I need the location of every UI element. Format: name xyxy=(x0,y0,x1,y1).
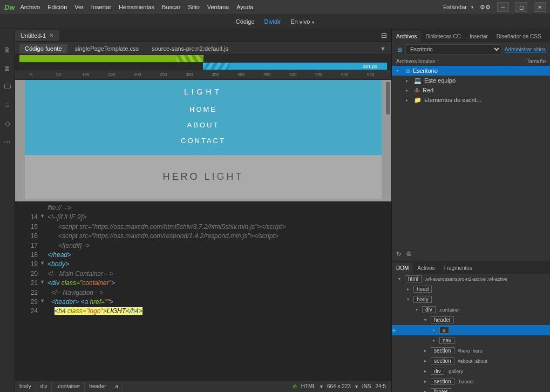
panel-tab[interactable]: Fragmentos xyxy=(439,262,477,274)
view-mode-switcher: Código Dividir En vivo xyxy=(0,14,550,29)
app-menu-bar: Dw ArchivoEdiciónVerInsertarHerramientas… xyxy=(0,0,550,14)
language-indicator[interactable]: HTML xyxy=(301,383,316,389)
panel-tab[interactable]: Activos xyxy=(413,262,439,274)
menu-ver[interactable]: Ver xyxy=(74,4,84,10)
column-name[interactable]: Archivos locales ↑ xyxy=(396,58,526,64)
preview-nav-item: CONTACT xyxy=(25,133,382,148)
dom-panel: ▾html.wf-sourcesanspro-n2-active .wf-act… xyxy=(392,274,550,392)
file-tree-row[interactable]: ▾🖥Escritorio xyxy=(392,66,550,76)
app-logo: Dw xyxy=(4,3,15,11)
media-query-bar[interactable]: 320 px 321 px xyxy=(15,55,391,70)
site-dropdown[interactable]: Escritorio xyxy=(405,44,501,55)
preview-header: LIGHT HOMEABOUTCONTACT xyxy=(25,80,382,155)
menu-archivo[interactable]: Archivo xyxy=(21,4,40,10)
preview-scrollbar[interactable] xyxy=(386,82,390,114)
breadcrumb-item[interactable]: header xyxy=(85,382,111,391)
breadcrumb-item[interactable]: body xyxy=(15,382,36,391)
more-tools-icon[interactable]: ⋯ xyxy=(3,137,12,146)
no-errors-icon[interactable]: ⊘ xyxy=(293,383,297,389)
dom-toolbar: ↻ ✇ xyxy=(392,247,550,261)
panel-tab[interactable]: Diseñador de CSS xyxy=(492,31,546,42)
dom-panel-tabs: DOMActivosFragmentos xyxy=(392,261,550,274)
files-tree: ▾🖥Escritorio▸💻Este equipo▸🖧Red▸📁Elemento… xyxy=(392,66,550,129)
manage-sites-link[interactable]: Administrar sitios xyxy=(505,46,546,52)
close-tab-icon[interactable]: ✕ xyxy=(49,32,53,38)
breakpoint-min-321[interactable]: 321 px xyxy=(203,63,387,70)
view-live-button[interactable]: En vivo xyxy=(290,18,314,25)
file-management-icon[interactable]: 🗎 xyxy=(3,64,12,72)
menu-ayuda[interactable]: Ayuda xyxy=(236,4,253,10)
insert-mode[interactable]: INS xyxy=(362,383,371,389)
sync-settings-icon[interactable]: ⚙⚙ xyxy=(480,4,491,11)
status-bar: bodydiv.containerheadera ⊘ HTML ▾ 664 x … xyxy=(15,380,391,392)
expand-all-icon[interactable]: ≡ xyxy=(3,100,12,109)
menu-ventana[interactable]: Ventana xyxy=(207,4,229,10)
preview-nav-item: ABOUT xyxy=(25,117,382,133)
column-size[interactable]: Tamaño xyxy=(526,58,546,64)
view-split-button[interactable]: Dividir xyxy=(264,18,281,25)
dom-node[interactable]: ▾div.container xyxy=(392,305,550,315)
breadcrumb-item[interactable]: .container xyxy=(52,382,85,391)
panel-tab[interactable]: Insertar xyxy=(465,31,492,42)
filter-icon[interactable]: ▼ xyxy=(380,45,386,52)
workspace-selector[interactable]: Estándar xyxy=(443,4,473,10)
panel-tab[interactable]: DOM xyxy=(392,262,413,274)
live-preview-pane[interactable]: LIGHT HOMEABOUTCONTACT HERO LIGHT xyxy=(15,80,391,201)
file-management-icon[interactable]: 🗎 xyxy=(3,45,12,54)
dom-node[interactable]: ▾body xyxy=(392,294,550,305)
file-tree-row[interactable]: ▸💻Este equipo xyxy=(392,76,550,85)
chevron-down-icon[interactable]: ▾ xyxy=(320,383,323,389)
related-files-bar: Código fuente singlePageTemplate.css sou… xyxy=(15,42,391,55)
file-tree-row[interactable]: ▸🖧Red xyxy=(392,85,550,95)
window-minimize-icon[interactable]: ─ xyxy=(497,2,509,12)
dom-node[interactable]: ▸section.banner xyxy=(392,376,550,387)
view-code-button[interactable]: Código xyxy=(236,18,255,25)
viewport-size[interactable]: 664 x 223 xyxy=(327,383,351,389)
document-tab[interactable]: Untitled-1 ✕ xyxy=(15,30,59,41)
source-code-tab[interactable]: Código fuente xyxy=(19,44,67,53)
desktop-icon: 🖥 xyxy=(396,46,402,53)
breadcrumb-item[interactable]: a xyxy=(111,382,124,391)
dom-node[interactable]: ▾html.wf-sourcesanspro-n2-active .wf-act… xyxy=(392,274,550,284)
document-tab-label: Untitled-1 xyxy=(21,32,46,39)
add-element-icon[interactable]: + xyxy=(392,326,396,334)
panel-tab[interactable]: Archivos xyxy=(392,31,421,42)
related-js-tab[interactable]: source-sans-pro:n2:default.js xyxy=(146,44,234,53)
menu-insertar[interactable]: Insertar xyxy=(91,4,111,10)
refresh-icon[interactable]: ↻ xyxy=(396,251,401,258)
collect-icon[interactable]: ✇ xyxy=(406,251,411,258)
inspect-icon[interactable]: ◇ xyxy=(3,119,12,127)
dom-node[interactable]: ▸div.gallery xyxy=(392,366,550,376)
breadcrumb-item[interactable]: div xyxy=(36,382,52,391)
preview-nav-item: HOME xyxy=(25,102,382,117)
preview-hero: HERO LIGHT xyxy=(25,155,382,199)
cursor-position: 24:5 xyxy=(376,383,386,389)
related-css-tab[interactable]: singlePageTemplate.css xyxy=(70,44,145,53)
menu-sitio[interactable]: Sitio xyxy=(188,4,199,10)
menu-edición[interactable]: Edición xyxy=(47,4,67,10)
breakpoint-max-320[interactable]: 320 px xyxy=(19,55,203,62)
dom-node[interactable]: ▸section#about .about xyxy=(392,356,550,366)
menu-herramientas[interactable]: Herramientas xyxy=(119,4,154,10)
hero-word-b: LIGHT xyxy=(205,171,244,182)
document-tabs: Untitled-1 ✕ ⊟ xyxy=(15,29,391,42)
window-restore-icon[interactable]: ◻ xyxy=(515,2,527,12)
dom-node[interactable]: +▸a xyxy=(392,325,550,335)
dom-node[interactable]: ▸head xyxy=(392,284,550,294)
menu-buscar[interactable]: Buscar xyxy=(162,4,180,10)
window-close-icon[interactable]: ✕ xyxy=(534,2,546,12)
files-column-headers[interactable]: Archivos locales ↑ Tamaño xyxy=(392,57,550,66)
chevron-down-icon[interactable]: ▾ xyxy=(355,383,358,389)
document-toolbar: 🗎 🗎 🖵 ≡ ◇ ⋯ xyxy=(0,29,15,392)
dom-node[interactable]: ▸nav xyxy=(392,335,550,346)
dom-node[interactable]: ▸section#hero .hero xyxy=(392,346,550,356)
live-view-options-icon[interactable]: 🖵 xyxy=(3,82,12,91)
main-menu: ArchivoEdiciónVerInsertarHerramientasBus… xyxy=(21,4,443,10)
preview-logo: LIGHT xyxy=(25,87,382,96)
expand-panels-icon[interactable]: ⊟ xyxy=(381,31,391,39)
panel-tab[interactable]: Bibliotecas CC xyxy=(421,31,465,42)
dom-node[interactable]: ▾header xyxy=(392,315,550,325)
dom-node[interactable]: ▸footer xyxy=(392,387,550,392)
file-tree-row[interactable]: ▸📁Elementos de escrit... xyxy=(392,95,550,105)
code-editor[interactable]: file:// -->14▼<!--[if lt IE 9]>15 <scrip… xyxy=(15,201,391,380)
